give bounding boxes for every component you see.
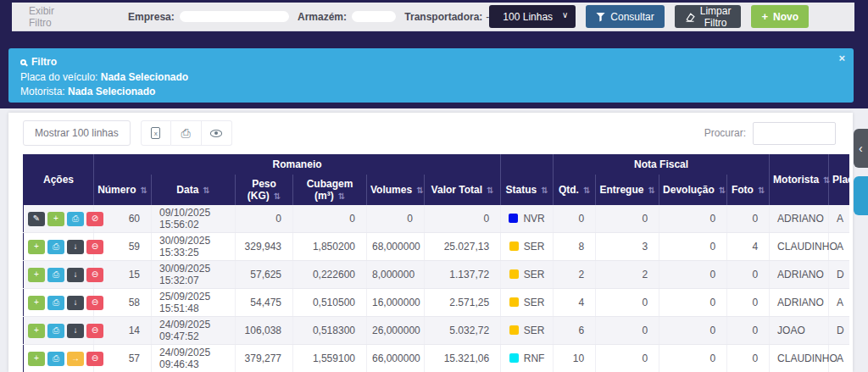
col-header-motorista[interactable]: Motorista⇅ bbox=[770, 154, 829, 205]
sort-icon: ⇅ bbox=[541, 186, 548, 195]
actions-cell: +⎙↓⊖ bbox=[24, 261, 94, 289]
add-button[interactable]: + bbox=[28, 296, 45, 310]
col-header-cubagem[interactable]: Cubagem (m³)⇅ bbox=[293, 175, 367, 205]
entregue-cell: 0 bbox=[596, 317, 659, 345]
download-button[interactable]: ↓ bbox=[67, 240, 84, 254]
novo-button[interactable]: + Novo bbox=[751, 5, 809, 28]
print-button[interactable]: ⎙ bbox=[47, 268, 64, 282]
cubagem-cell: 0 bbox=[293, 205, 367, 233]
edit-button[interactable]: ✎ bbox=[28, 212, 45, 226]
mostrar-linhas-button[interactable]: Mostrar 100 linhas bbox=[23, 120, 131, 146]
add-button[interactable]: + bbox=[28, 352, 45, 366]
status-cell: SER bbox=[501, 317, 554, 345]
motorista-cell: ADRIANO bbox=[770, 261, 829, 289]
sort-icon: ⇅ bbox=[140, 186, 147, 195]
remove-button[interactable]: ⊖ bbox=[86, 268, 103, 282]
remove-button[interactable]: ⊖ bbox=[86, 240, 103, 254]
add-button[interactable]: + bbox=[28, 240, 45, 254]
column-visibility-button[interactable] bbox=[202, 120, 232, 146]
col-header-data[interactable]: Data⇅ bbox=[152, 175, 236, 205]
entregue-cell: 3 bbox=[596, 233, 659, 261]
exibir-filtro-link[interactable]: Exibir Filtro bbox=[29, 5, 70, 29]
empresa-value-redacted bbox=[180, 11, 289, 22]
volumes-cell: 0 bbox=[367, 205, 425, 233]
download-button[interactable]: ↓ bbox=[67, 324, 84, 338]
printer-icon: ⎙ bbox=[181, 127, 191, 139]
qtd-cell: 10 bbox=[554, 345, 596, 372]
group-header-spacer bbox=[501, 154, 554, 175]
col-header-devolucao[interactable]: Devolução⇅ bbox=[659, 175, 727, 205]
status-color-icon bbox=[509, 353, 519, 363]
add-button[interactable]: + bbox=[47, 212, 64, 226]
add-button[interactable]: + bbox=[28, 324, 45, 338]
placa-cell: A bbox=[829, 289, 849, 317]
side-panel-secondary-button[interactable] bbox=[854, 176, 868, 215]
table-body: ✎+⎙⊘ 60 09/10/2025 15:56:02 0 0 0 0 NVR … bbox=[24, 205, 850, 372]
add-button[interactable]: + bbox=[28, 268, 45, 282]
col-header-valor-total[interactable]: Valor Total⇅ bbox=[425, 175, 501, 205]
forward-button[interactable]: → bbox=[67, 352, 84, 366]
status-color-icon bbox=[509, 269, 519, 279]
print-button[interactable]: ⎙ bbox=[47, 352, 64, 366]
status-label: SER bbox=[524, 325, 545, 336]
foto-cell: 0 bbox=[727, 345, 770, 372]
col-header-foto[interactable]: Foto⇅ bbox=[727, 175, 770, 205]
print-button[interactable]: ⎙ bbox=[67, 212, 84, 226]
col-header-volumes[interactable]: Volumes⇅ bbox=[367, 175, 425, 205]
cubagem-cell: 0,222600 bbox=[293, 261, 367, 289]
status-label: SER bbox=[524, 269, 545, 280]
actions-cell: ✎+⎙⊘ bbox=[24, 205, 94, 233]
export-excel-button[interactable]: x bbox=[141, 120, 171, 146]
print-button[interactable]: ⎙ bbox=[47, 324, 64, 338]
results-card: Mostrar 100 linhas x ⎙ Procurar: bbox=[8, 113, 853, 372]
qtd-cell: 6 bbox=[554, 317, 596, 345]
download-button[interactable]: ↓ bbox=[67, 268, 84, 282]
status-cell: NVR bbox=[501, 205, 554, 233]
linhas-select[interactable]: 100 Linhas bbox=[489, 5, 576, 28]
armazem-value-redacted bbox=[352, 11, 396, 22]
group-header-nota-fiscal: Nota Fiscal bbox=[554, 154, 770, 175]
data-cell: 30/09/2025 15:33:25 bbox=[152, 233, 236, 261]
remove-button[interactable]: ⊖ bbox=[86, 352, 103, 366]
romaneio-table: Ações Romaneio Nota Fiscal Motorista⇅ Pl… bbox=[23, 154, 849, 372]
col-header-qtd[interactable]: Qtd.⇅ bbox=[554, 175, 596, 205]
remove-button[interactable]: ⊖ bbox=[86, 324, 103, 338]
empresa-label: Empresa: bbox=[128, 11, 175, 23]
print-button[interactable]: ⎙ bbox=[47, 240, 64, 254]
placa-filter-line: Placa do veículo: Nada Selecionado bbox=[20, 70, 842, 85]
download-button[interactable]: ↓ bbox=[67, 296, 84, 310]
print-table-button[interactable]: ⎙ bbox=[171, 120, 202, 146]
data-cell: 30/09/2025 15:32:07 bbox=[152, 261, 236, 289]
valor-total-cell: 5.032,72 bbox=[425, 317, 501, 345]
sort-icon: ⇅ bbox=[583, 186, 590, 195]
status-cell: SER bbox=[501, 289, 554, 317]
sort-icon: ⇅ bbox=[758, 186, 765, 195]
print-button[interactable]: ⎙ bbox=[47, 296, 64, 310]
col-header-status[interactable]: Status⇅ bbox=[501, 175, 554, 205]
cancel-button[interactable]: ⊘ bbox=[86, 212, 103, 226]
col-header-entregue[interactable]: Entregue⇅ bbox=[596, 175, 659, 205]
plus-icon: + bbox=[761, 10, 768, 23]
placa-filter-value: Nada Selecionado bbox=[101, 71, 188, 83]
table-wrapper: Ações Romaneio Nota Fiscal Motorista⇅ Pl… bbox=[23, 154, 849, 372]
peso-cell: 54,475 bbox=[236, 289, 293, 317]
side-panel-toggle-button[interactable]: ‹ bbox=[854, 129, 868, 168]
close-icon[interactable]: × bbox=[838, 52, 845, 64]
devolucao-cell: 0 bbox=[659, 317, 727, 345]
consultar-button[interactable]: Consultar bbox=[586, 5, 664, 28]
col-header-numero[interactable]: Número⇅ bbox=[94, 175, 152, 205]
motorista-cell: JOAO bbox=[770, 317, 829, 345]
sort-icon: ⇅ bbox=[416, 186, 423, 195]
volumes-cell: 8,000000 bbox=[367, 261, 425, 289]
col-header-placa[interactable]: Placa⇅ bbox=[829, 154, 849, 205]
valor-total-cell: 15.321,06 bbox=[425, 345, 501, 372]
limpar-filtro-button[interactable]: Limpar Filtro bbox=[675, 5, 742, 28]
cubagem-cell: 0,518300 bbox=[293, 317, 367, 345]
cubagem-cell: 1,559100 bbox=[293, 345, 367, 372]
devolucao-cell: 0 bbox=[659, 205, 727, 233]
status-label: SER bbox=[524, 241, 545, 253]
search-input[interactable] bbox=[753, 122, 836, 145]
remove-button[interactable]: ⊖ bbox=[86, 296, 103, 310]
entregue-cell: 0 bbox=[596, 289, 659, 317]
col-header-peso[interactable]: Peso (KG)⇅ bbox=[236, 175, 293, 205]
